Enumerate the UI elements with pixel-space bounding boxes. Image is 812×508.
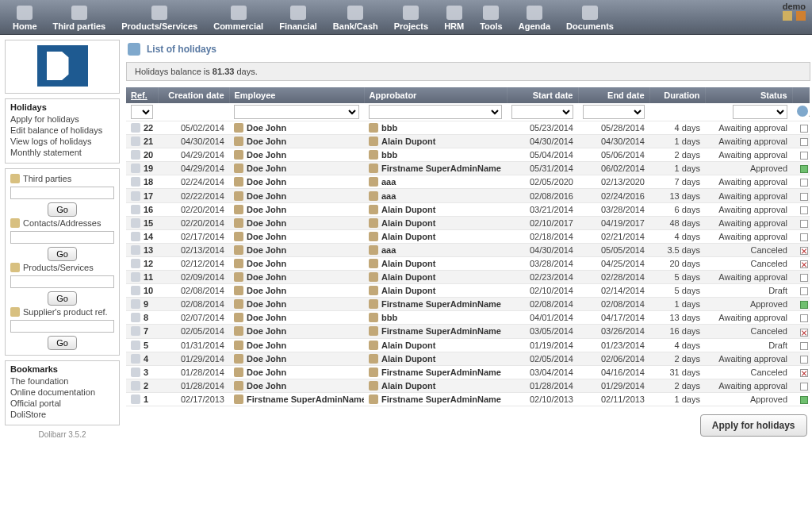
approbator-link[interactable]: bbb <box>381 123 397 133</box>
printer-icon[interactable] <box>783 11 792 21</box>
nav-agenda[interactable]: Agenda <box>511 0 558 34</box>
col-approbator[interactable]: Approbator <box>364 87 507 103</box>
nav-tools[interactable]: Tools <box>472 0 511 34</box>
ref-link[interactable]: 13 <box>144 245 153 255</box>
employee-link[interactable]: Doe John <box>247 123 286 133</box>
employee-link[interactable]: Doe John <box>247 272 286 282</box>
employee-link[interactable]: Doe John <box>247 299 286 309</box>
ref-link[interactable]: 20 <box>144 150 153 160</box>
filter-employee[interactable] <box>234 105 359 119</box>
ref-link[interactable]: 19 <box>144 164 153 173</box>
col-creation[interactable]: Creation date <box>158 87 229 103</box>
approbator-link[interactable]: Alain Dupont <box>381 381 435 391</box>
table-row[interactable]: 1602/20/2014Doe JohnAlain Dupont03/21/20… <box>126 202 810 216</box>
lock-icon[interactable] <box>796 11 806 21</box>
ref-link[interactable]: 8 <box>144 313 148 322</box>
table-row[interactable]: 401/29/2014Doe JohnAlain Dupont02/05/201… <box>126 352 810 365</box>
bookmark-link[interactable]: The foundation <box>10 375 114 387</box>
approbator-link[interactable]: aaa <box>381 177 396 187</box>
nav-commercial[interactable]: Commercial <box>205 0 271 34</box>
username[interactable]: demo <box>781 2 806 11</box>
approbator-link[interactable]: Firstname SuperAdminName <box>381 326 501 336</box>
ref-link[interactable]: 3 <box>144 368 148 377</box>
approbator-link[interactable]: aaa <box>381 191 396 201</box>
table-row[interactable]: 1802/24/2014Doe Johnaaa02/05/202002/13/2… <box>126 175 810 189</box>
approbator-link[interactable]: aaa <box>381 245 396 255</box>
ref-link[interactable]: 15 <box>144 218 153 228</box>
ref-link[interactable]: 12 <box>144 259 153 268</box>
ref-link[interactable]: 2 <box>144 381 148 391</box>
col-employee[interactable]: Employee <box>229 87 364 103</box>
employee-link[interactable]: Doe John <box>247 354 286 364</box>
approbator-link[interactable]: Alain Dupont <box>381 341 435 350</box>
search-input[interactable] <box>10 187 114 199</box>
go-button[interactable]: Go <box>48 336 77 350</box>
table-row[interactable]: 1702/22/2014Doe Johnaaa02/08/201602/24/2… <box>126 189 810 202</box>
nav-products-services[interactable]: Products/Services <box>113 0 205 34</box>
table-row[interactable]: 702/05/2014Doe JohnFirstname SuperAdminN… <box>126 325 810 338</box>
table-row[interactable]: 102/17/2013Firstname SuperAdminNameFirst… <box>126 392 810 406</box>
employee-link[interactable]: Doe John <box>247 259 286 268</box>
employee-link[interactable]: Doe John <box>247 232 286 241</box>
table-row[interactable]: 1302/13/2014Doe Johnaaa04/30/201405/05/2… <box>126 243 810 256</box>
employee-link[interactable]: Doe John <box>247 137 286 146</box>
employee-link[interactable]: Doe John <box>247 381 286 391</box>
ref-link[interactable]: 7 <box>144 326 148 336</box>
sidebar-link[interactable]: Edit balance of holidays <box>10 125 114 136</box>
filter-start[interactable] <box>511 105 573 119</box>
employee-link[interactable]: Doe John <box>247 313 286 322</box>
table-row[interactable]: 2205/02/2014Doe Johnbbb05/23/201405/28/2… <box>126 121 810 135</box>
employee-link[interactable]: Doe John <box>247 368 286 377</box>
table-row[interactable]: 1102/09/2014Doe JohnAlain Dupont02/23/20… <box>126 271 810 284</box>
employee-link[interactable]: Doe John <box>247 150 286 160</box>
approbator-link[interactable]: Firstname SuperAdminName <box>381 368 501 377</box>
ref-link[interactable]: 5 <box>144 341 148 350</box>
approbator-link[interactable]: Firstname SuperAdminName <box>381 394 501 404</box>
go-button[interactable]: Go <box>48 247 77 261</box>
ref-link[interactable]: 14 <box>144 232 153 241</box>
sidebar-link[interactable]: Apply for holidays <box>10 114 114 125</box>
bookmark-link[interactable]: Official portal <box>10 398 114 409</box>
nav-bank-cash[interactable]: Bank/Cash <box>325 0 386 34</box>
table-row[interactable]: 802/07/2014Doe Johnbbb04/01/201404/17/20… <box>126 311 810 325</box>
approbator-link[interactable]: bbb <box>381 150 397 160</box>
approbator-link[interactable]: Alain Dupont <box>381 218 435 228</box>
table-row[interactable]: 201/28/2014Doe JohnAlain Dupont01/28/201… <box>126 379 810 392</box>
employee-link[interactable]: Firstname SuperAdminName <box>247 394 364 404</box>
filter-status[interactable] <box>733 105 787 119</box>
filter-end[interactable] <box>583 105 645 119</box>
sidebar-link[interactable]: Monthly statement <box>10 147 114 158</box>
approbator-link[interactable]: Alain Dupont <box>381 259 435 268</box>
table-row[interactable]: 2104/30/2014Doe JohnAlain Dupont04/30/20… <box>126 135 810 148</box>
approbator-link[interactable]: Alain Dupont <box>381 272 435 282</box>
col-duration[interactable]: Duration <box>649 87 705 103</box>
filter-approbator[interactable] <box>369 105 502 119</box>
approbator-link[interactable]: Alain Dupont <box>381 354 435 364</box>
apply-for-holidays-button[interactable]: Apply for holidays <box>700 414 807 437</box>
bookmark-link[interactable]: DoliStore <box>10 409 114 420</box>
employee-link[interactable]: Doe John <box>247 191 286 201</box>
nav-third-parties[interactable]: Third parties <box>45 0 114 34</box>
approbator-link[interactable]: bbb <box>381 313 397 322</box>
employee-link[interactable]: Doe John <box>247 341 286 350</box>
approbator-link[interactable]: Alain Dupont <box>381 232 435 241</box>
search-input[interactable] <box>10 320 114 333</box>
go-button[interactable]: Go <box>48 202 77 217</box>
ref-link[interactable]: 17 <box>144 191 153 201</box>
table-row[interactable]: 1402/17/2014Doe JohnAlain Dupont02/18/20… <box>126 229 810 243</box>
table-row[interactable]: 1904/29/2014Doe JohnFirstname SuperAdmin… <box>126 162 810 175</box>
ref-link[interactable]: 1 <box>144 394 148 404</box>
table-row[interactable]: 1002/08/2014Doe JohnAlain Dupont02/10/20… <box>126 284 810 298</box>
col-status[interactable]: Status <box>705 87 792 103</box>
table-row[interactable]: 1202/12/2014Doe JohnAlain Dupont03/28/20… <box>126 256 810 270</box>
employee-link[interactable]: Doe John <box>247 205 286 214</box>
ref-link[interactable]: 22 <box>144 123 153 133</box>
table-row[interactable]: 501/31/2014Doe JohnAlain Dupont01/19/201… <box>126 338 810 352</box>
employee-link[interactable]: Doe John <box>247 326 286 336</box>
col-ref[interactable]: Ref. <box>126 87 158 103</box>
employee-link[interactable]: Doe John <box>247 245 286 255</box>
table-row[interactable]: 1502/20/2014Doe JohnAlain Dupont02/10/20… <box>126 216 810 229</box>
table-row[interactable]: 902/08/2014Doe JohnFirstname SuperAdminN… <box>126 298 810 311</box>
approbator-link[interactable]: Firstname SuperAdminName <box>381 164 501 173</box>
employee-link[interactable]: Doe John <box>247 286 286 295</box>
